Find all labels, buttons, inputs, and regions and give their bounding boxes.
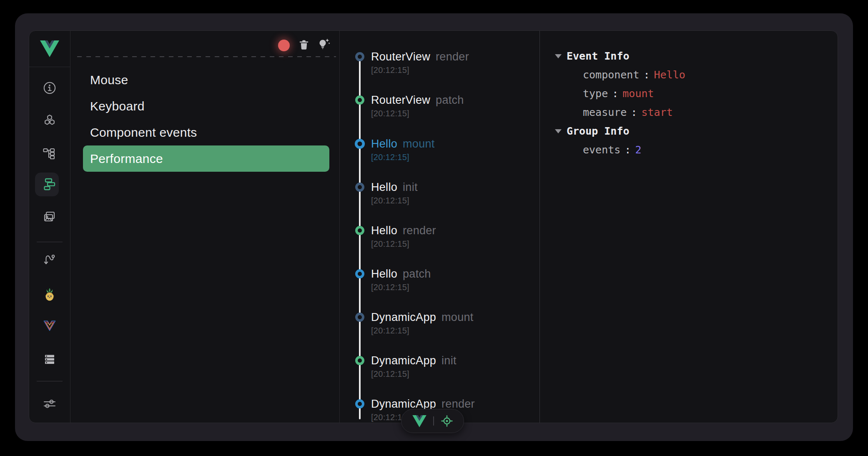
timeline-event[interactable]: Helloinit [20:12:15]	[355, 181, 418, 205]
inspector-row: events:2	[555, 140, 685, 159]
row-key: measure	[583, 106, 627, 118]
event-action: render	[436, 50, 469, 63]
inspector-row: component:Hello	[555, 65, 685, 84]
timeline-event[interactable]: Hellorender [20:12:15]	[355, 225, 436, 248]
event-action: mount	[442, 311, 474, 323]
layer-item-performance[interactable]: Performance	[83, 145, 329, 172]
event-time: [20:12:15]	[371, 326, 474, 335]
event-action: mount	[403, 138, 435, 150]
layer-item-mouse[interactable]: Mouse	[83, 67, 329, 93]
event-name: Hello	[371, 268, 397, 280]
settings-sliders-icon	[43, 397, 57, 411]
layer-label: Keyboard	[90, 99, 145, 113]
event-name: DynamicApp	[371, 354, 436, 367]
section-event-info[interactable]: Event Info	[555, 47, 685, 65]
event-name: RouterView	[371, 94, 430, 106]
event-name: Hello	[371, 181, 397, 193]
section-group-info[interactable]: Group Info	[555, 122, 685, 140]
pill-divider	[433, 416, 434, 426]
event-dot	[355, 139, 365, 149]
event-inspector-panel: Event Info component:Hello type:mount me…	[539, 31, 838, 423]
event-action: init	[403, 181, 418, 193]
sidebar-item-logs[interactable]	[43, 352, 57, 366]
event-dot	[355, 226, 364, 235]
key-value-separator: :	[631, 106, 637, 118]
event-time: [20:12:15]	[371, 109, 464, 118]
row-value: mount	[622, 88, 654, 100]
component-tree-icon	[43, 147, 57, 161]
router-hook-icon	[43, 253, 57, 267]
row-value: Hello	[654, 69, 685, 81]
key-value-separator: :	[612, 88, 618, 100]
sidebar-item-assets[interactable]	[43, 210, 57, 224]
sidebar-item-overview[interactable]	[43, 81, 57, 95]
pinia-pineapple-icon	[43, 287, 57, 301]
event-dot	[355, 313, 364, 322]
components-icon	[43, 114, 57, 128]
vue-logo-icon	[40, 40, 59, 57]
locate-component-button[interactable]	[441, 415, 453, 427]
devtools-frame: Mouse Keyboard Component events Performa…	[15, 13, 853, 441]
event-time: [20:12:15]	[371, 239, 436, 248]
sidebar-item-components[interactable]	[43, 114, 57, 128]
layer-label: Mouse	[90, 73, 128, 87]
logs-icon	[43, 352, 57, 366]
hint-bulb-button[interactable]	[317, 38, 331, 53]
event-name: DynamicApp	[371, 398, 436, 410]
layer-item-component-events[interactable]: Component events	[83, 119, 329, 145]
event-name: Hello	[371, 138, 397, 150]
row-key: type	[583, 88, 608, 100]
timeline-layers-panel: Mouse Keyboard Component events Performa…	[70, 31, 339, 423]
timeline-event[interactable]: RouterViewpatch [20:12:15]	[355, 94, 464, 118]
key-value-separator: :	[643, 69, 650, 81]
collapse-triangle-icon	[555, 129, 562, 133]
vue-home-button[interactable]	[412, 415, 426, 427]
event-action: patch	[436, 94, 464, 106]
sidebar-item-component-tree[interactable]	[43, 147, 57, 161]
floating-toolbar	[401, 409, 464, 433]
clear-button[interactable]	[298, 39, 310, 52]
inspector-row: measure:start	[555, 103, 685, 122]
timeline-event[interactable]: DynamicAppinit [20:12:15]	[355, 355, 457, 378]
key-value-separator: :	[625, 144, 631, 156]
row-value: 2	[635, 144, 641, 156]
lightbulb-sparkle-icon	[317, 38, 331, 51]
event-time: [20:12:15]	[371, 283, 431, 292]
collapse-triangle-icon	[555, 54, 562, 58]
vue-router-icon	[43, 319, 57, 333]
section-title: Group Info	[567, 125, 630, 137]
sidebar-divider	[37, 381, 63, 381]
event-name: Hello	[371, 224, 397, 237]
timeline-event-selected[interactable]: Hellomount [20:12:15]	[355, 138, 435, 162]
trash-icon	[298, 39, 310, 51]
event-action: patch	[403, 268, 431, 280]
event-time: [20:12:15]	[371, 196, 418, 205]
event-dot	[355, 269, 364, 278]
layer-item-keyboard[interactable]: Keyboard	[83, 93, 329, 119]
event-action: render	[442, 398, 475, 410]
vue-logo-icon	[412, 415, 426, 427]
sidebar	[29, 31, 70, 423]
info-icon	[43, 81, 57, 95]
timeline-event[interactable]: DynamicAppmount [20:12:15]	[355, 311, 474, 335]
event-dot	[355, 356, 364, 365]
locate-target-icon	[441, 415, 453, 427]
event-dot	[355, 183, 364, 192]
section-title: Event Info	[567, 50, 630, 62]
timeline-event[interactable]: RouterViewrender [20:12:15]	[355, 51, 469, 75]
sidebar-item-pinia[interactable]	[43, 287, 57, 301]
event-name: RouterView	[371, 50, 430, 63]
record-button[interactable]	[278, 40, 290, 51]
timeline-event[interactable]: Hellopatch [20:12:15]	[355, 268, 431, 292]
sidebar-item-vue-router[interactable]	[43, 319, 57, 333]
event-time: [20:12:15]	[371, 369, 457, 378]
event-dot	[355, 52, 364, 61]
sidebar-item-router[interactable]	[43, 253, 57, 267]
event-name: DynamicApp	[371, 311, 436, 323]
timeline-events-panel: RouterViewrender [20:12:15] RouterViewpa…	[339, 31, 539, 423]
sidebar-item-timeline[interactable]	[43, 177, 57, 191]
event-time: [20:12:15]	[371, 65, 469, 75]
event-action: init	[442, 354, 457, 367]
vue-logo	[29, 31, 70, 67]
sidebar-item-settings[interactable]	[43, 397, 57, 411]
